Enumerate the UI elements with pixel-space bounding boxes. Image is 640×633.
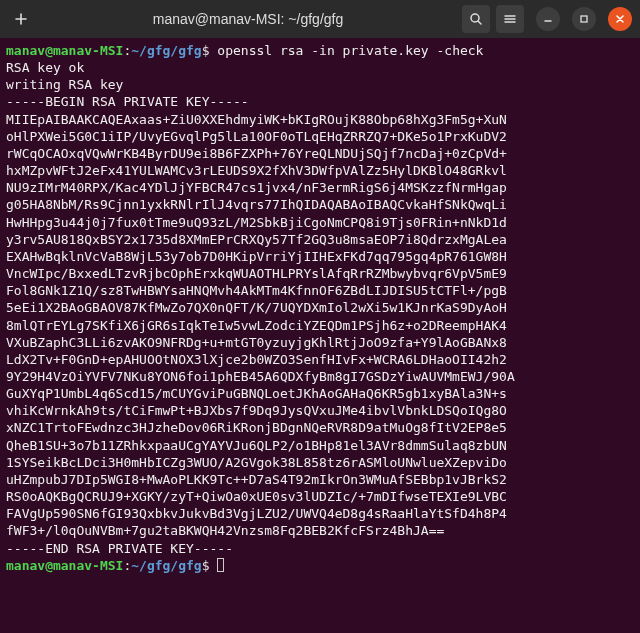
prompt-user: manav@manav-MSI xyxy=(6,558,123,573)
new-tab-button[interactable] xyxy=(8,6,34,32)
key-body: MIIEpAIBAAKCAQEAxaas+ZiU0XXEhdmyiWK+bKIg… xyxy=(6,112,515,539)
terminal-body[interactable]: manav@manav-MSI:~/gfg/gfg$ openssl rsa -… xyxy=(0,38,640,580)
maximize-button[interactable] xyxy=(572,7,596,31)
output-writing: writing RSA key xyxy=(6,77,123,92)
svg-rect-1 xyxy=(581,16,587,22)
cursor xyxy=(217,558,224,572)
titlebar: manav@manav-MSI: ~/gfg/gfg xyxy=(0,0,640,38)
command-text: openssl rsa -in private.key -check xyxy=(217,43,483,58)
close-button[interactable] xyxy=(608,7,632,31)
prompt-user: manav@manav-MSI xyxy=(6,43,123,58)
prompt-path: ~/gfg/gfg xyxy=(131,558,201,573)
output-status: RSA key ok xyxy=(6,60,84,75)
key-end: -----END RSA PRIVATE KEY----- xyxy=(6,541,233,556)
prompt-path: ~/gfg/gfg xyxy=(131,43,201,58)
prompt-sigil: $ xyxy=(202,558,210,573)
search-button[interactable] xyxy=(462,5,490,33)
prompt-sigil: $ xyxy=(202,43,210,58)
minimize-button[interactable] xyxy=(536,7,560,31)
menu-button[interactable] xyxy=(496,5,524,33)
key-begin: -----BEGIN RSA PRIVATE KEY----- xyxy=(6,94,249,109)
window-title: manav@manav-MSI: ~/gfg/gfg xyxy=(40,11,456,27)
